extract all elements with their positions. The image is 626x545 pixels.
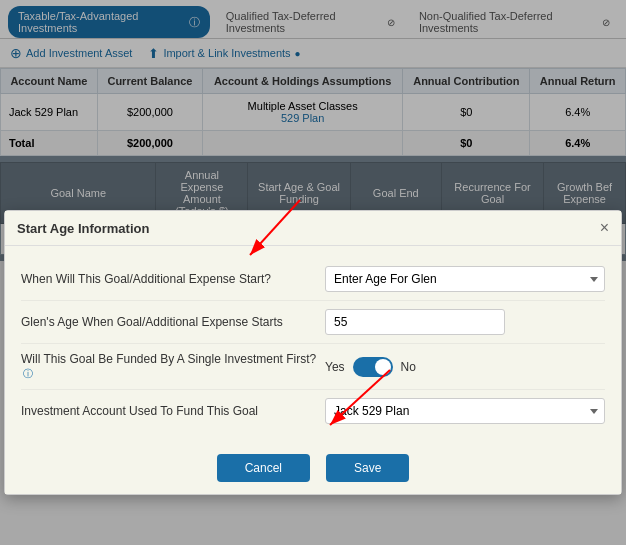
modal-row-start-question: When Will This Goal/Additional Expense S…: [21, 258, 605, 301]
start-question-select[interactable]: Enter Age For Glen: [325, 266, 605, 292]
start-age-modal: Start Age Information × When Will This G…: [4, 210, 622, 495]
start-question-label: When Will This Goal/Additional Expense S…: [21, 272, 325, 286]
modal-body: When Will This Goal/Additional Expense S…: [5, 246, 621, 444]
toggle-yes-label: Yes: [325, 360, 345, 374]
modal-row-investment-account: Investment Account Used To Fund This Goa…: [21, 390, 605, 432]
investment-account-control: Jack 529 Plan: [325, 398, 605, 424]
modal-row-glen-age: Glen's Age When Goal/Additional Expense …: [21, 301, 605, 344]
save-button[interactable]: Save: [326, 454, 409, 482]
cancel-button[interactable]: Cancel: [217, 454, 310, 482]
modal-footer: Cancel Save: [5, 444, 621, 494]
toggle-no-label: No: [401, 360, 416, 374]
modal-header: Start Age Information ×: [5, 211, 621, 246]
glen-age-label: Glen's Age When Goal/Additional Expense …: [21, 315, 325, 329]
single-investment-text: Will This Goal Be Funded By A Single Inv…: [21, 352, 316, 366]
toggle-slider: [353, 357, 393, 377]
glen-age-control: [325, 309, 605, 335]
modal-row-single-investment: Will This Goal Be Funded By A Single Inv…: [21, 344, 605, 390]
glen-age-input[interactable]: [325, 309, 505, 335]
modal-close-button[interactable]: ×: [600, 219, 609, 237]
investment-account-label: Investment Account Used To Fund This Goa…: [21, 404, 325, 418]
single-investment-label: Will This Goal Be Funded By A Single Inv…: [21, 352, 325, 381]
single-investment-toggle[interactable]: [353, 357, 393, 377]
investment-account-select[interactable]: Jack 529 Plan: [325, 398, 605, 424]
single-investment-info-icon: ⓘ: [23, 368, 33, 379]
single-investment-control: Yes No: [325, 357, 605, 377]
start-question-control: Enter Age For Glen: [325, 266, 605, 292]
modal-title: Start Age Information: [17, 221, 149, 236]
